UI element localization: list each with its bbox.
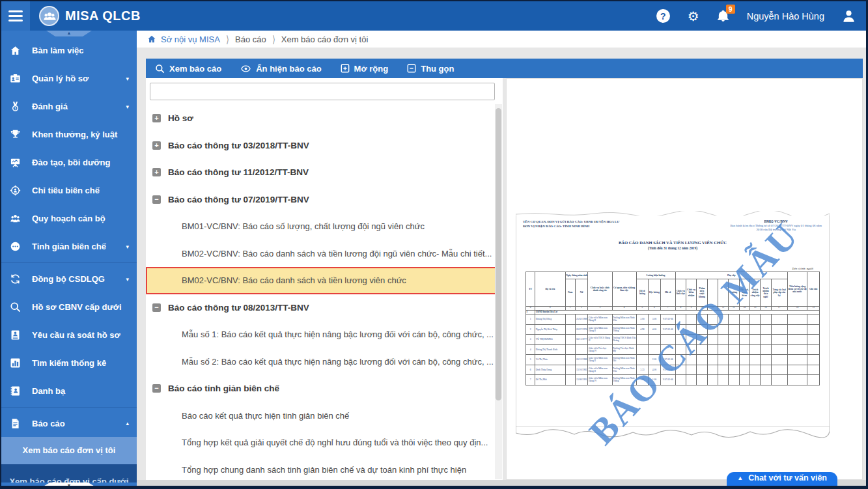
app-window: MISA QLCB ? ⚙ 9 Nguyễn Hào Hùng ▲ Bàn là… [0, 0, 868, 489]
help-icon[interactable]: ? [656, 9, 670, 23]
tree-scrollbar[interactable] [495, 104, 502, 479]
home-icon[interactable] [147, 35, 156, 44]
tree-item[interactable]: Mẫu số 2: Báo cáo kết quả thực hiện nâng… [146, 348, 503, 376]
tree-item[interactable]: BM02-VC/BNV: Báo cáo danh sách và tiền l… [146, 240, 503, 268]
search-icon [155, 64, 165, 74]
sync-icon [10, 273, 23, 285]
collapse-toggle-icon[interactable]: − [152, 195, 161, 204]
sidebar-item-label: Đánh giá [32, 102, 126, 111]
people-icon [10, 213, 23, 224]
breadcrumb-current: Xem báo cáo đơn vị tôi [281, 35, 369, 44]
sidebar-subitem-xem-bao-cao-don-vi-toi[interactable]: Xem báo cáo đơn vị tôi [1, 437, 137, 464]
expand-toggle-icon[interactable]: + [152, 114, 161, 122]
topbar-actions: ? ⚙ 9 Nguyễn Hào Hùng [656, 9, 866, 23]
expand-toggle-icon[interactable]: + [152, 168, 161, 176]
torn-edge-bottom [516, 426, 830, 440]
toggle-report-visibility-button[interactable]: Ẩn hiện báo cáo [240, 64, 321, 74]
chevron-down-icon: ▾ [126, 104, 129, 110]
sidebar-item-dao-tao-boi-duong[interactable]: Đào tạo, bồi dưỡng [1, 148, 137, 176]
tree-item[interactable]: Báo cáo kết quả thực hiện tinh giản biên… [146, 402, 503, 430]
sidebar-item-bao-cao[interactable]: Báo cáo ▴ [1, 410, 137, 437]
tree-item-label: Báo cáo thông tư 11/2012/TT-BNV [168, 167, 309, 177]
tree-item[interactable]: −Báo cáo tinh giản biên chế [146, 375, 503, 402]
tree-item-label: BM01-VC/BNV: Báo cáo số lượng, chất lượn… [182, 221, 425, 231]
sidebar-item-label: Quản lý hồ sơ [32, 74, 126, 83]
sidebar-item-yeu-cau-ra-soat-ho-so[interactable]: Yêu cầu rà soát hồ sơ [1, 321, 137, 349]
tree-item[interactable]: +Báo cáo thông tư 03/2018/TT-BNV [146, 132, 503, 160]
tree-item-label: BM02-VC/BNV: Báo cáo danh sách và tiền l… [182, 249, 492, 258]
search-icon [10, 301, 23, 313]
tree-item[interactable]: Mẫu số 1: Báo cáo kết quả thực hiện nâng… [146, 321, 503, 348]
medal-icon: 1 [10, 101, 23, 112]
tree-item-selected[interactable]: BM02-VC/BNV: Báo cáo danh sách và tiền l… [146, 267, 496, 294]
view-report-button[interactable]: Xem báo cáo [155, 64, 221, 74]
report-table-row: 2Nguyễn Thị Bích Thủy03/07/1976Giáo viên… [526, 324, 820, 335]
collapse-toggle-icon[interactable]: − [152, 303, 161, 312]
report-table-row: 5Vũ Thị Thảo03/12/1988Giáo viên Mầm non … [526, 355, 820, 365]
sidebar-subitem-label: Xem báo cáo đơn vị cấp dưới [9, 477, 128, 482]
sidebar-item-ho-so-cbnv-cap-duoi[interactable]: Hồ sơ CBNV cấp dưới [1, 293, 137, 321]
expand-toggle-icon[interactable]: + [152, 141, 161, 150]
app-logo-icon [39, 6, 59, 26]
report-table-row: 7Đỗ Thị Mùi13/08/1991Giáo viên Mầm non H… [526, 375, 820, 385]
chat-support-button[interactable]: ▲ Chat với tư vấn viên [727, 472, 837, 486]
sidebar-item-label: Bàn làm việc [32, 46, 129, 55]
notifications-bell-icon[interactable]: 9 [717, 10, 729, 22]
tree-item-label: Tổng hợp chung danh sách tinh giản biên … [182, 465, 466, 475]
sidebar-item-quan-ly-ho-so[interactable]: Quản lý hồ sơ▾ [1, 64, 137, 92]
topbar: MISA QLCB ? ⚙ 9 Nguyễn Hào Hùng [1, 1, 866, 31]
report-tree-panel: +Hồ sơ+Báo cáo thông tư 03/2018/TT-BNV+B… [146, 78, 503, 480]
tree-item[interactable]: Tổng hợp chung danh sách tinh giản biên … [146, 456, 503, 481]
sidebar-item-tinh-gian-bien-che[interactable]: Tinh giản biên chế▾ [1, 232, 137, 260]
settings-gear-icon[interactable]: ⚙ [688, 10, 699, 23]
report-table-row: 1Hoàng Thị Hồng25/02/1988Giáo viên Mầm n… [526, 314, 820, 325]
report-table-row: NamNữHệ số lươngBậc lươngMã sốChức vụ lã… [526, 279, 820, 306]
sidebar-item-label: Hồ sơ CBNV cấp dưới [32, 302, 129, 312]
sidebar-item-label: Danh bạ [32, 386, 129, 396]
tree-item[interactable]: −Báo cáo thông tư 07/2019/TT-BNV [146, 186, 503, 214]
sidebar-item-label: Khen thưởng, kỷ luật [32, 130, 129, 139]
tree-scrollbar-thumb[interactable] [496, 108, 501, 400]
sidebar-divider [1, 260, 137, 265]
tree-item-label: Báo cáo kết quả thực hiện tinh giản biên… [182, 411, 349, 421]
sidebar-subitem-partial[interactable]: Xem báo cáo đơn vị cấp dưới [1, 464, 137, 482]
sidebar-scroll-down[interactable]: ▼ [1, 482, 137, 489]
tree-item[interactable]: BM01-VC/BNV: Báo cáo số lượng, chất lượn… [146, 213, 503, 240]
breadcrumb-section[interactable]: Báo cáo [235, 35, 266, 44]
target-icon [10, 185, 23, 196]
chevron-down-icon: ▾ [126, 76, 129, 82]
breadcrumb: Sở nội vụ MISA ⟩ Báo cáo ⟩ Xem báo cáo đ… [137, 31, 866, 48]
menu-toggle-button[interactable] [1, 1, 30, 31]
chevron-up-icon: ▲ [737, 475, 743, 481]
report-table-row: 6Đinh Thủy Dung13/10/1982Giáo viên Mầm n… [526, 365, 820, 375]
app-name: MISA QLCB [65, 8, 141, 23]
sidebar-item-danh-ba[interactable]: Danh bạ [1, 377, 137, 405]
sidebar-item-danh-gia[interactable]: 1Đánh giá▾ [1, 92, 137, 120]
sidebar-item-khen-thuong-ky-luat[interactable]: Khen thưởng, kỷ luật [1, 120, 137, 148]
reviewcard-icon [10, 329, 23, 341]
collapse-toggle-icon[interactable]: − [152, 384, 161, 393]
tree-item[interactable]: +Hồ sơ [146, 105, 503, 132]
breadcrumb-root[interactable]: Sở nội vụ MISA [161, 35, 220, 44]
sidebar-scroll-up[interactable]: ▲ [1, 31, 137, 36]
report-search-input[interactable] [150, 83, 495, 100]
easel-icon [10, 157, 23, 168]
expand-all-button[interactable]: Mở rộng [341, 64, 389, 74]
user-name[interactable]: Nguyễn Hào Hùng [747, 11, 824, 21]
report-header-right: BM02-VC/BNV Ban hành kèm theo Thông tư s… [729, 219, 822, 232]
tree-item[interactable]: +Báo cáo thông tư 11/2012/TT-BNV [146, 159, 503, 186]
tree-item[interactable]: −Báo cáo thông tư 08/2013/TT-BNV [146, 294, 503, 322]
sidebar-item-chi-tieu-bien-che[interactable]: Chỉ tiêu biên chế [1, 176, 137, 204]
tree-item[interactable]: Tổng hợp kết quả giải quyết chế độ nghỉ … [146, 429, 503, 456]
report-icon [10, 418, 23, 429]
tree-item-label: Báo cáo thông tư 08/2013/TT-BNV [168, 303, 309, 313]
user-avatar-icon[interactable] [842, 9, 856, 23]
collapse-all-button[interactable]: Thu gọn [407, 64, 454, 74]
sidebar-item-tim-kiem-thong-ke[interactable]: Tìm kiếm thống kê [1, 349, 137, 377]
report-header-left: TÊN CƠ QUAN, ĐƠN VỊ GỬI BÁO CÁO: UBND HU… [523, 219, 693, 232]
sidebar-item-ban-lam-viec[interactable]: Bàn làm việc [1, 36, 137, 64]
sidebar-item-quy-hoach-can-bo[interactable]: Quy hoạch cán bộ [1, 204, 137, 232]
sidebar-item-label: Chỉ tiêu biên chế [32, 186, 129, 195]
sidebar-item-dong-bo-csdlqg[interactable]: Đồng bộ CSDLQG▾ [1, 265, 137, 293]
report-receiver: ĐƠN VỊ NHẬN BÁO CÁO: TỈNH NINH BÌNH [523, 224, 693, 229]
